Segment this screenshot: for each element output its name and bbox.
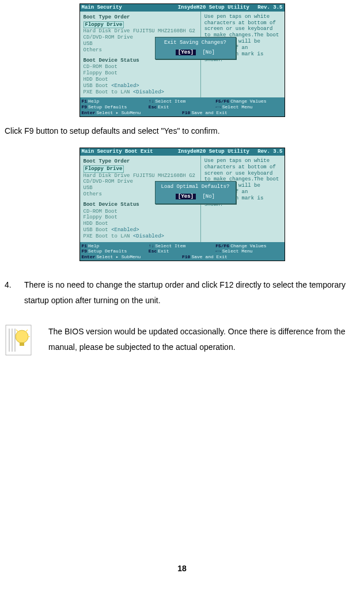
bios-screenshot-2: Main Security Boot Exit InsydeH20 Setup … [5,148,359,261]
dialog-no-button[interactable]: [No] [202,194,215,199]
boot-status-item: PXE Boot to LAN <Disabled> [84,89,198,96]
dialog-no-button[interactable]: [No] [202,50,215,55]
bios-rev: Rev. 3.5 [257,149,282,155]
boot-order-item: Hard Disk Drive FUJITSU MHZ2160BH G2 [84,173,198,179]
dialog-yes-button[interactable]: [Yes] [176,50,196,55]
boot-status-item: USB Boot <Enabled> [84,227,198,233]
boot-status-item: HDD Boot [84,221,198,227]
lightbulb-icon [5,324,48,356]
bios-title-text: InsydeH20 Setup Utility [169,5,257,11]
boot-order-selected: Floppy Drive [84,165,124,173]
dialog-yes-button[interactable]: [Yes] [176,194,196,199]
boot-status-item: Floppy Boot [84,214,198,221]
boot-order-selected: Floppy Drive [84,21,124,29]
instruction-text: Click F9 button to setup defaults and se… [5,125,359,137]
boot-status-item: USB Boot <Enabled> [84,83,198,89]
boot-status-item: Floppy Boot [84,70,198,77]
dialog-question: Exit Saving Changes? [157,40,234,46]
boot-type-order-heading: Boot Type Order [84,159,198,165]
exit-saving-dialog: Exit Saving Changes? [Yes] [No] [155,37,236,60]
step-4: 4. There is no need to change the startu… [5,277,359,308]
bios-titlebar: Main Security InsydeH20 Setup Utility Re… [80,4,285,12]
svg-point-4 [16,330,28,343]
step-number: 4. [5,277,24,308]
svg-line-6 [16,330,18,332]
bios-footer: F1Help ↑↓Select Item F5/F6Change Values … [80,97,285,116]
boot-status-item: CD-ROM Boot [84,64,198,70]
dialog-question: Load Optimal Defaults? [157,184,234,190]
boot-status-item: CD-ROM Boot [84,209,198,215]
svg-line-7 [25,330,28,332]
bios-rev: Rev. 3.5 [257,5,282,11]
boot-order-item: Hard Disk Drive FUJITSU MHZ2160BH G2 [84,28,198,35]
boot-type-order-heading: Boot Type Order [84,14,198,21]
load-defaults-dialog: Load Optimal Defaults? [Yes] [No] [155,181,236,204]
step-text: There is no need to change the startup o… [24,277,359,308]
bios-titlebar: Main Security Boot Exit InsydeH20 Setup … [80,148,285,156]
bios-footer: F1Help ↑↓Select Item F5/F6Change Values … [80,242,285,261]
bios-menu-tabs: Main Security [82,5,170,11]
bios-title-text: InsydeH20 Setup Utility [169,149,257,155]
bios-screenshot-1: Main Security InsydeH20 Setup Utility Re… [5,3,359,117]
boot-status-item: PXE Boot to LAN <Disabled> [84,233,198,240]
svg-rect-5 [20,342,24,346]
page-number: 18 [5,564,359,573]
tip-text: The BIOS version would be updated occasi… [48,324,359,355]
tip-block: The BIOS version would be updated occasi… [5,324,359,356]
bios-menu-tabs: Main Security Boot Exit [82,149,170,155]
boot-status-item: HDD Boot [84,77,198,83]
